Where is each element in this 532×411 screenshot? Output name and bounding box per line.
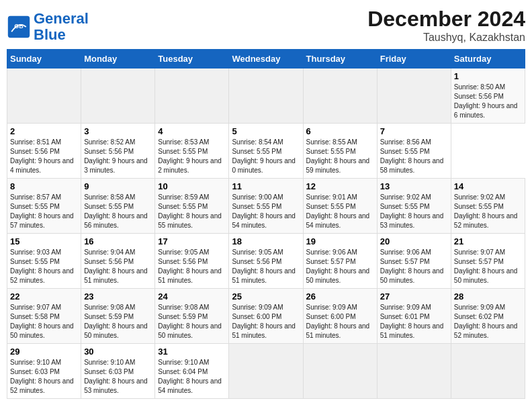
day-info: Sunrise: 8:53 AMSunset: 5:55 PMDaylight:… <box>158 138 226 175</box>
calendar-cell: 18Sunrise: 9:05 AMSunset: 5:56 PMDayligh… <box>229 234 303 289</box>
day-info: Sunrise: 9:09 AMSunset: 6:02 PMDaylight:… <box>454 303 522 340</box>
day-header-saturday: Saturday <box>451 50 525 68</box>
month-title: December 2024 <box>367 7 525 32</box>
day-info: Sunrise: 8:54 AMSunset: 5:55 PMDaylight:… <box>232 138 300 175</box>
day-info: Sunrise: 9:09 AMSunset: 6:01 PMDaylight:… <box>380 303 448 340</box>
day-number: 2 <box>10 126 78 136</box>
day-header-monday: Monday <box>81 50 155 68</box>
day-info: Sunrise: 9:09 AMSunset: 6:00 PMDaylight:… <box>306 303 374 340</box>
calendar-cell: 22Sunrise: 9:07 AMSunset: 5:58 PMDayligh… <box>7 289 81 344</box>
calendar-cell <box>81 68 155 124</box>
day-number: 9 <box>84 181 152 191</box>
day-info: Sunrise: 8:59 AMSunset: 5:55 PMDaylight:… <box>158 193 226 230</box>
calendar-cell: 11Sunrise: 9:00 AMSunset: 5:55 PMDayligh… <box>229 179 303 234</box>
calendar-cell: 9Sunrise: 8:58 AMSunset: 5:55 PMDaylight… <box>81 179 155 234</box>
day-header-friday: Friday <box>377 50 451 68</box>
day-number: 19 <box>306 236 374 246</box>
calendar-cell: 6Sunrise: 8:55 AMSunset: 5:55 PMDaylight… <box>303 124 377 179</box>
day-number: 21 <box>454 236 522 246</box>
logo-line1: General <box>34 10 89 27</box>
calendar-cell: 14Sunrise: 9:02 AMSunset: 5:55 PMDayligh… <box>451 179 525 234</box>
calendar-cell: 8Sunrise: 8:57 AMSunset: 5:55 PMDaylight… <box>7 179 81 234</box>
day-info: Sunrise: 8:50 AMSunset: 5:56 PMDaylight:… <box>454 83 522 120</box>
day-info: Sunrise: 8:51 AMSunset: 5:56 PMDaylight:… <box>10 138 78 175</box>
title-area: December 2024 Taushyq, Kazakhstan <box>367 7 525 44</box>
calendar-cell: 23Sunrise: 9:08 AMSunset: 5:59 PMDayligh… <box>81 289 155 344</box>
day-info: Sunrise: 9:06 AMSunset: 5:57 PMDaylight:… <box>380 248 448 285</box>
day-number: 28 <box>454 291 522 302</box>
day-info: Sunrise: 9:08 AMSunset: 5:59 PMDaylight:… <box>158 303 226 340</box>
day-number: 20 <box>380 236 448 246</box>
week-row-2: 2Sunrise: 8:51 AMSunset: 5:56 PMDaylight… <box>7 124 525 179</box>
day-info: Sunrise: 9:10 AMSunset: 6:03 PMDaylight:… <box>10 358 78 396</box>
calendar-cell: 25Sunrise: 9:09 AMSunset: 6:00 PMDayligh… <box>229 289 303 344</box>
day-header-tuesday: Tuesday <box>155 50 229 68</box>
week-row-6: 29Sunrise: 9:10 AMSunset: 6:03 PMDayligh… <box>7 344 525 399</box>
calendar-cell: 13Sunrise: 9:02 AMSunset: 5:55 PMDayligh… <box>377 179 451 234</box>
day-info: Sunrise: 8:55 AMSunset: 5:55 PMDaylight:… <box>306 138 374 175</box>
calendar-cell: 4Sunrise: 8:53 AMSunset: 5:55 PMDaylight… <box>155 124 229 179</box>
calendar-cell: 16Sunrise: 9:04 AMSunset: 5:56 PMDayligh… <box>81 234 155 289</box>
day-info: Sunrise: 9:07 AMSunset: 5:57 PMDaylight:… <box>454 248 522 285</box>
day-number: 30 <box>84 347 152 357</box>
day-info: Sunrise: 8:58 AMSunset: 5:55 PMDaylight:… <box>84 193 152 230</box>
day-number: 13 <box>380 181 448 191</box>
day-number: 7 <box>380 126 448 136</box>
header: GB General Blue December 2024 Taushyq, K… <box>7 7 525 44</box>
day-info: Sunrise: 9:03 AMSunset: 5:55 PMDaylight:… <box>10 248 78 285</box>
calendar-cell <box>303 344 377 399</box>
day-number: 15 <box>10 236 78 246</box>
day-info: Sunrise: 8:57 AMSunset: 5:55 PMDaylight:… <box>10 193 78 230</box>
calendar-cell <box>377 344 451 399</box>
day-number: 1 <box>454 71 522 81</box>
logo: GB General Blue <box>7 11 89 43</box>
day-headers-row: SundayMondayTuesdayWednesdayThursdayFrid… <box>7 50 525 68</box>
day-number: 11 <box>232 181 300 191</box>
day-number: 3 <box>84 126 152 136</box>
day-number: 8 <box>10 181 78 191</box>
week-row-1: 1Sunrise: 8:50 AMSunset: 5:56 PMDaylight… <box>7 68 525 124</box>
calendar-cell: 10Sunrise: 8:59 AMSunset: 5:55 PMDayligh… <box>155 179 229 234</box>
day-info: Sunrise: 9:04 AMSunset: 5:56 PMDaylight:… <box>84 248 152 285</box>
day-info: Sunrise: 9:10 AMSunset: 6:04 PMDaylight:… <box>158 358 226 396</box>
calendar-cell: 12Sunrise: 9:01 AMSunset: 5:55 PMDayligh… <box>303 179 377 234</box>
day-number: 14 <box>454 181 522 191</box>
calendar-cell: 21Sunrise: 9:07 AMSunset: 5:57 PMDayligh… <box>451 234 525 289</box>
day-number: 6 <box>306 126 374 136</box>
day-number: 10 <box>158 181 226 191</box>
day-number: 16 <box>84 236 152 246</box>
calendar-cell: 3Sunrise: 8:52 AMSunset: 5:56 PMDaylight… <box>81 124 155 179</box>
calendar-cell: 2Sunrise: 8:51 AMSunset: 5:56 PMDaylight… <box>7 124 81 179</box>
calendar-cell: 20Sunrise: 9:06 AMSunset: 5:57 PMDayligh… <box>377 234 451 289</box>
calendar-cell: 27Sunrise: 9:09 AMSunset: 6:01 PMDayligh… <box>377 289 451 344</box>
day-number: 12 <box>306 181 374 191</box>
calendar-cell <box>451 344 525 399</box>
calendar-table: SundayMondayTuesdayWednesdayThursdayFrid… <box>7 49 525 399</box>
calendar-cell <box>229 68 303 124</box>
day-info: Sunrise: 9:02 AMSunset: 5:55 PMDaylight:… <box>454 193 522 230</box>
svg-text:GB: GB <box>14 23 24 30</box>
calendar-cell <box>303 68 377 124</box>
day-header-wednesday: Wednesday <box>229 50 303 68</box>
day-info: Sunrise: 9:02 AMSunset: 5:55 PMDaylight:… <box>380 193 448 230</box>
calendar-cell: 7Sunrise: 8:56 AMSunset: 5:55 PMDaylight… <box>377 124 451 179</box>
day-header-sunday: Sunday <box>7 50 81 68</box>
calendar-body: 1Sunrise: 8:50 AMSunset: 5:56 PMDaylight… <box>7 68 525 399</box>
day-info: Sunrise: 9:05 AMSunset: 5:56 PMDaylight:… <box>158 248 226 285</box>
calendar-cell: 29Sunrise: 9:10 AMSunset: 6:03 PMDayligh… <box>7 344 81 399</box>
day-info: Sunrise: 9:01 AMSunset: 5:55 PMDaylight:… <box>306 193 374 230</box>
calendar-cell: 31Sunrise: 9:10 AMSunset: 6:04 PMDayligh… <box>155 344 229 399</box>
day-info: Sunrise: 9:10 AMSunset: 6:03 PMDaylight:… <box>84 358 152 396</box>
calendar-cell: 26Sunrise: 9:09 AMSunset: 6:00 PMDayligh… <box>303 289 377 344</box>
day-info: Sunrise: 9:05 AMSunset: 5:56 PMDaylight:… <box>232 248 300 285</box>
calendar-cell: 30Sunrise: 9:10 AMSunset: 6:03 PMDayligh… <box>81 344 155 399</box>
day-number: 25 <box>232 291 300 302</box>
calendar-cell: 28Sunrise: 9:09 AMSunset: 6:02 PMDayligh… <box>451 289 525 344</box>
calendar-cell: 19Sunrise: 9:06 AMSunset: 5:57 PMDayligh… <box>303 234 377 289</box>
calendar-cell: 24Sunrise: 9:08 AMSunset: 5:59 PMDayligh… <box>155 289 229 344</box>
logo-line2: Blue <box>34 26 66 43</box>
day-number: 26 <box>306 291 374 302</box>
day-number: 22 <box>10 291 78 302</box>
day-number: 24 <box>158 291 226 302</box>
day-number: 23 <box>84 291 152 302</box>
